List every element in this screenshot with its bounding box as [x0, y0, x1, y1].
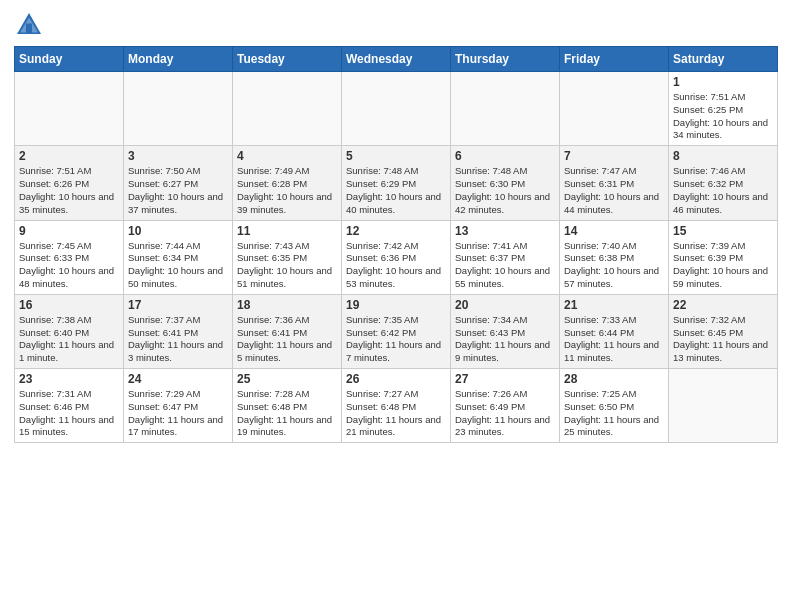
- calendar-cell: 3Sunrise: 7:50 AM Sunset: 6:27 PM Daylig…: [124, 146, 233, 220]
- calendar-cell: 22Sunrise: 7:32 AM Sunset: 6:45 PM Dayli…: [669, 294, 778, 368]
- page: SundayMondayTuesdayWednesdayThursdayFrid…: [0, 0, 792, 612]
- calendar-cell: 24Sunrise: 7:29 AM Sunset: 6:47 PM Dayli…: [124, 369, 233, 443]
- weekday-header-friday: Friday: [560, 47, 669, 72]
- day-number: 16: [19, 298, 119, 312]
- day-info: Sunrise: 7:33 AM Sunset: 6:44 PM Dayligh…: [564, 314, 664, 365]
- calendar-cell: 16Sunrise: 7:38 AM Sunset: 6:40 PM Dayli…: [15, 294, 124, 368]
- day-number: 18: [237, 298, 337, 312]
- calendar-cell: [342, 72, 451, 146]
- calendar-cell: 21Sunrise: 7:33 AM Sunset: 6:44 PM Dayli…: [560, 294, 669, 368]
- calendar-cell: 1Sunrise: 7:51 AM Sunset: 6:25 PM Daylig…: [669, 72, 778, 146]
- day-info: Sunrise: 7:36 AM Sunset: 6:41 PM Dayligh…: [237, 314, 337, 365]
- day-info: Sunrise: 7:45 AM Sunset: 6:33 PM Dayligh…: [19, 240, 119, 291]
- calendar-cell: 10Sunrise: 7:44 AM Sunset: 6:34 PM Dayli…: [124, 220, 233, 294]
- day-info: Sunrise: 7:51 AM Sunset: 6:26 PM Dayligh…: [19, 165, 119, 216]
- day-info: Sunrise: 7:35 AM Sunset: 6:42 PM Dayligh…: [346, 314, 446, 365]
- calendar-cell: 18Sunrise: 7:36 AM Sunset: 6:41 PM Dayli…: [233, 294, 342, 368]
- day-info: Sunrise: 7:34 AM Sunset: 6:43 PM Dayligh…: [455, 314, 555, 365]
- logo-icon: [14, 10, 44, 40]
- calendar-cell: [669, 369, 778, 443]
- calendar-cell: 23Sunrise: 7:31 AM Sunset: 6:46 PM Dayli…: [15, 369, 124, 443]
- day-info: Sunrise: 7:32 AM Sunset: 6:45 PM Dayligh…: [673, 314, 773, 365]
- calendar-cell: 7Sunrise: 7:47 AM Sunset: 6:31 PM Daylig…: [560, 146, 669, 220]
- weekday-header-saturday: Saturday: [669, 47, 778, 72]
- week-row-2: 2Sunrise: 7:51 AM Sunset: 6:26 PM Daylig…: [15, 146, 778, 220]
- calendar-cell: 5Sunrise: 7:48 AM Sunset: 6:29 PM Daylig…: [342, 146, 451, 220]
- day-info: Sunrise: 7:39 AM Sunset: 6:39 PM Dayligh…: [673, 240, 773, 291]
- weekday-header-tuesday: Tuesday: [233, 47, 342, 72]
- day-number: 15: [673, 224, 773, 238]
- day-number: 1: [673, 75, 773, 89]
- week-row-4: 16Sunrise: 7:38 AM Sunset: 6:40 PM Dayli…: [15, 294, 778, 368]
- day-number: 26: [346, 372, 446, 386]
- day-info: Sunrise: 7:27 AM Sunset: 6:48 PM Dayligh…: [346, 388, 446, 439]
- day-info: Sunrise: 7:37 AM Sunset: 6:41 PM Dayligh…: [128, 314, 228, 365]
- day-number: 27: [455, 372, 555, 386]
- weekday-header-wednesday: Wednesday: [342, 47, 451, 72]
- day-number: 11: [237, 224, 337, 238]
- calendar-cell: 14Sunrise: 7:40 AM Sunset: 6:38 PM Dayli…: [560, 220, 669, 294]
- svg-rect-2: [26, 24, 32, 35]
- day-info: Sunrise: 7:29 AM Sunset: 6:47 PM Dayligh…: [128, 388, 228, 439]
- day-number: 20: [455, 298, 555, 312]
- calendar-cell: [124, 72, 233, 146]
- day-number: 13: [455, 224, 555, 238]
- calendar-cell: 27Sunrise: 7:26 AM Sunset: 6:49 PM Dayli…: [451, 369, 560, 443]
- week-row-3: 9Sunrise: 7:45 AM Sunset: 6:33 PM Daylig…: [15, 220, 778, 294]
- day-number: 21: [564, 298, 664, 312]
- day-number: 28: [564, 372, 664, 386]
- calendar-cell: [560, 72, 669, 146]
- calendar-cell: 26Sunrise: 7:27 AM Sunset: 6:48 PM Dayli…: [342, 369, 451, 443]
- day-info: Sunrise: 7:49 AM Sunset: 6:28 PM Dayligh…: [237, 165, 337, 216]
- day-number: 17: [128, 298, 228, 312]
- calendar-cell: 9Sunrise: 7:45 AM Sunset: 6:33 PM Daylig…: [15, 220, 124, 294]
- day-number: 14: [564, 224, 664, 238]
- day-number: 3: [128, 149, 228, 163]
- calendar-cell: 13Sunrise: 7:41 AM Sunset: 6:37 PM Dayli…: [451, 220, 560, 294]
- day-info: Sunrise: 7:48 AM Sunset: 6:29 PM Dayligh…: [346, 165, 446, 216]
- calendar-cell: [15, 72, 124, 146]
- calendar-cell: 19Sunrise: 7:35 AM Sunset: 6:42 PM Dayli…: [342, 294, 451, 368]
- day-info: Sunrise: 7:26 AM Sunset: 6:49 PM Dayligh…: [455, 388, 555, 439]
- calendar-cell: 17Sunrise: 7:37 AM Sunset: 6:41 PM Dayli…: [124, 294, 233, 368]
- day-info: Sunrise: 7:51 AM Sunset: 6:25 PM Dayligh…: [673, 91, 773, 142]
- calendar-cell: 6Sunrise: 7:48 AM Sunset: 6:30 PM Daylig…: [451, 146, 560, 220]
- day-number: 10: [128, 224, 228, 238]
- calendar-cell: 20Sunrise: 7:34 AM Sunset: 6:43 PM Dayli…: [451, 294, 560, 368]
- day-number: 6: [455, 149, 555, 163]
- calendar-cell: 11Sunrise: 7:43 AM Sunset: 6:35 PM Dayli…: [233, 220, 342, 294]
- day-number: 12: [346, 224, 446, 238]
- day-info: Sunrise: 7:44 AM Sunset: 6:34 PM Dayligh…: [128, 240, 228, 291]
- day-info: Sunrise: 7:41 AM Sunset: 6:37 PM Dayligh…: [455, 240, 555, 291]
- day-info: Sunrise: 7:40 AM Sunset: 6:38 PM Dayligh…: [564, 240, 664, 291]
- calendar-cell: 12Sunrise: 7:42 AM Sunset: 6:36 PM Dayli…: [342, 220, 451, 294]
- weekday-header-monday: Monday: [124, 47, 233, 72]
- weekday-header-sunday: Sunday: [15, 47, 124, 72]
- day-number: 23: [19, 372, 119, 386]
- day-number: 25: [237, 372, 337, 386]
- calendar-table: SundayMondayTuesdayWednesdayThursdayFrid…: [14, 46, 778, 443]
- day-number: 24: [128, 372, 228, 386]
- calendar-cell: 8Sunrise: 7:46 AM Sunset: 6:32 PM Daylig…: [669, 146, 778, 220]
- calendar-cell: [451, 72, 560, 146]
- day-number: 5: [346, 149, 446, 163]
- day-number: 19: [346, 298, 446, 312]
- calendar-cell: 25Sunrise: 7:28 AM Sunset: 6:48 PM Dayli…: [233, 369, 342, 443]
- day-info: Sunrise: 7:38 AM Sunset: 6:40 PM Dayligh…: [19, 314, 119, 365]
- day-number: 7: [564, 149, 664, 163]
- day-info: Sunrise: 7:48 AM Sunset: 6:30 PM Dayligh…: [455, 165, 555, 216]
- calendar-cell: 15Sunrise: 7:39 AM Sunset: 6:39 PM Dayli…: [669, 220, 778, 294]
- calendar-cell: 2Sunrise: 7:51 AM Sunset: 6:26 PM Daylig…: [15, 146, 124, 220]
- day-number: 22: [673, 298, 773, 312]
- day-info: Sunrise: 7:31 AM Sunset: 6:46 PM Dayligh…: [19, 388, 119, 439]
- day-info: Sunrise: 7:46 AM Sunset: 6:32 PM Dayligh…: [673, 165, 773, 216]
- day-number: 9: [19, 224, 119, 238]
- header: [14, 10, 778, 40]
- calendar-cell: 4Sunrise: 7:49 AM Sunset: 6:28 PM Daylig…: [233, 146, 342, 220]
- day-info: Sunrise: 7:47 AM Sunset: 6:31 PM Dayligh…: [564, 165, 664, 216]
- week-row-1: 1Sunrise: 7:51 AM Sunset: 6:25 PM Daylig…: [15, 72, 778, 146]
- week-row-5: 23Sunrise: 7:31 AM Sunset: 6:46 PM Dayli…: [15, 369, 778, 443]
- day-info: Sunrise: 7:25 AM Sunset: 6:50 PM Dayligh…: [564, 388, 664, 439]
- calendar-cell: [233, 72, 342, 146]
- day-info: Sunrise: 7:42 AM Sunset: 6:36 PM Dayligh…: [346, 240, 446, 291]
